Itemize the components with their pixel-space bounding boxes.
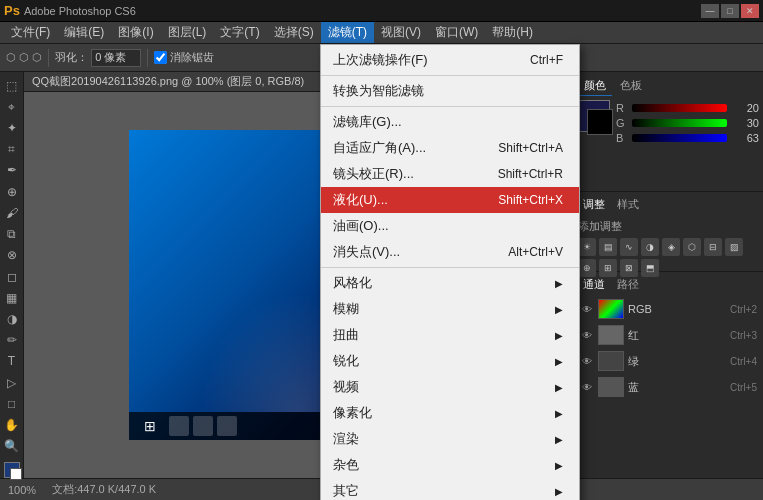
- tool-eraser[interactable]: ◻: [2, 267, 22, 286]
- filter-menu-section1: 上次滤镜操作(F) Ctrl+F: [321, 45, 579, 76]
- minimize-button[interactable]: —: [701, 4, 719, 18]
- color-panel-tabs: 颜色 色板: [578, 76, 759, 96]
- foreground-color[interactable]: [4, 462, 20, 478]
- menu-select[interactable]: 选择(S): [267, 22, 321, 43]
- tool-pen[interactable]: ✏: [2, 331, 22, 350]
- filter-oil-paint[interactable]: 油画(O)...: [321, 213, 579, 239]
- background-color[interactable]: [10, 468, 22, 480]
- menu-file[interactable]: 文件(F): [4, 22, 57, 43]
- filter-stylize[interactable]: 风格化 ▶: [321, 270, 579, 296]
- adj-btn-bw[interactable]: ▨: [725, 238, 743, 256]
- tool-eyedropper[interactable]: ✒: [2, 161, 22, 180]
- filter-vanishing-point[interactable]: 消失点(V)... Alt+Ctrl+V: [321, 239, 579, 265]
- tool-heal[interactable]: ⊕: [2, 182, 22, 201]
- tool-history[interactable]: ⊗: [2, 246, 22, 265]
- adj-btn-curves[interactable]: ∿: [620, 238, 638, 256]
- tool-marquee[interactable]: ⬚: [2, 76, 22, 95]
- add-adjustment-label: 添加调整: [578, 219, 759, 234]
- taskbar-icon3: [217, 416, 237, 436]
- b-value: 63: [731, 132, 759, 144]
- bg-swatch[interactable]: [587, 109, 613, 135]
- tool-hand[interactable]: ✋: [2, 416, 22, 435]
- title-bar-left: Ps Adobe Photoshop CS6: [4, 3, 136, 18]
- filter-liquify[interactable]: 液化(U)... Shift+Ctrl+X: [321, 187, 579, 213]
- channel-green[interactable]: 👁 绿 Ctrl+4: [578, 349, 759, 373]
- tool-gradient[interactable]: ▦: [2, 288, 22, 307]
- tab-paths[interactable]: 路径: [612, 276, 644, 293]
- menu-text[interactable]: 文字(T): [213, 22, 266, 43]
- b-slider[interactable]: [632, 134, 727, 142]
- shortcut-rgb: Ctrl+2: [730, 304, 757, 315]
- adj-content: 添加调整 ☀ ▤ ∿ ◑ ◈ ⬡ ⊟ ▨ ⊕ ⊞ ⊠ ⬒: [578, 217, 759, 279]
- antialias-label[interactable]: 消除锯齿: [154, 50, 214, 65]
- eye-blue[interactable]: 👁: [580, 380, 594, 394]
- filter-other[interactable]: 其它 ▶: [321, 478, 579, 500]
- adj-btn-vibrance[interactable]: ⬡: [683, 238, 701, 256]
- filter-menu-section2: 转换为智能滤镜: [321, 76, 579, 107]
- filter-blur[interactable]: 模糊 ▶: [321, 296, 579, 322]
- channel-red[interactable]: 👁 红 Ctrl+3: [578, 323, 759, 347]
- tab-adjustments[interactable]: 调整: [578, 196, 610, 213]
- tool-type[interactable]: T: [2, 352, 22, 371]
- channel-blue[interactable]: 👁 蓝 Ctrl+5: [578, 375, 759, 399]
- filter-last-operation[interactable]: 上次滤镜操作(F) Ctrl+F: [321, 47, 579, 73]
- filter-convert-smart[interactable]: 转换为智能滤镜: [321, 78, 579, 104]
- tool-zoom[interactable]: 🔍: [2, 437, 22, 456]
- g-slider[interactable]: [632, 119, 727, 127]
- tab-swatches[interactable]: 色板: [614, 76, 648, 96]
- tool-clone[interactable]: ⧉: [2, 225, 22, 244]
- filter-gallery[interactable]: 滤镜库(G)...: [321, 109, 579, 135]
- menu-edit[interactable]: 编辑(E): [57, 22, 111, 43]
- ps-logo: Ps: [4, 3, 20, 18]
- taskbar-icon1: [169, 416, 189, 436]
- filter-menu-section3: 滤镜库(G)... 自适应广角(A)... Shift+Ctrl+A 镜头校正(…: [321, 107, 579, 268]
- fg-swatch[interactable]: [578, 100, 610, 132]
- tab-styles[interactable]: 样式: [612, 196, 644, 213]
- filter-noise[interactable]: 杂色 ▶: [321, 452, 579, 478]
- antialias-checkbox[interactable]: [154, 51, 167, 64]
- filter-video[interactable]: 视频 ▶: [321, 374, 579, 400]
- menu-help[interactable]: 帮助(H): [485, 22, 540, 43]
- menu-filter[interactable]: 滤镜(T): [321, 22, 374, 43]
- adj-btn-hue[interactable]: ◈: [662, 238, 680, 256]
- tab-color[interactable]: 颜色: [578, 76, 612, 96]
- r-label: R: [616, 102, 628, 114]
- eye-green[interactable]: 👁: [580, 354, 594, 368]
- filter-pixelate[interactable]: 像素化 ▶: [321, 400, 579, 426]
- thumb-blue: [598, 377, 624, 397]
- adj-btn-exposure[interactable]: ◑: [641, 238, 659, 256]
- tool-brush[interactable]: 🖌: [2, 203, 22, 222]
- filter-adaptive-wide[interactable]: 自适应广角(A)... Shift+Ctrl+A: [321, 135, 579, 161]
- menu-image[interactable]: 图像(I): [111, 22, 160, 43]
- adj-btn-levels[interactable]: ▤: [599, 238, 617, 256]
- tool-path[interactable]: ▷: [2, 373, 22, 392]
- filter-render[interactable]: 渲染 ▶: [321, 426, 579, 452]
- feather-input[interactable]: [91, 49, 141, 67]
- tool-dodge[interactable]: ◑: [2, 309, 22, 328]
- menu-view[interactable]: 视图(V): [374, 22, 428, 43]
- filter-distort[interactable]: 扭曲 ▶: [321, 322, 579, 348]
- tool-crop[interactable]: ⌗: [2, 140, 22, 159]
- eye-red[interactable]: 👁: [580, 328, 594, 342]
- close-button[interactable]: ✕: [741, 4, 759, 18]
- menu-window[interactable]: 窗口(W): [428, 22, 485, 43]
- r-slider[interactable]: [632, 104, 727, 112]
- eye-rgb[interactable]: 👁: [580, 302, 594, 316]
- feather-label: 羽化：: [55, 49, 141, 67]
- tool-wand[interactable]: ✦: [2, 118, 22, 137]
- filter-lens-correction[interactable]: 镜头校正(R)... Shift+Ctrl+R: [321, 161, 579, 187]
- filter-sharpen[interactable]: 锐化 ▶: [321, 348, 579, 374]
- feather-text: 羽化：: [55, 50, 88, 65]
- filter-menu-section4: 风格化 ▶ 模糊 ▶ 扭曲 ▶ 锐化 ▶ 视频 ▶ 像素化 ▶ 渲染 ▶ 杂色: [321, 268, 579, 500]
- maximize-button[interactable]: □: [721, 4, 739, 18]
- r-value: 20: [731, 102, 759, 114]
- adj-btn-colorbal[interactable]: ⊟: [704, 238, 722, 256]
- adj-btn-brightness[interactable]: ☀: [578, 238, 596, 256]
- channels-list: 👁 RGB Ctrl+2 👁 红 Ctrl+3 👁 绿 Ctrl+4: [578, 297, 759, 399]
- b-row: B 63: [616, 132, 759, 144]
- tab-channels[interactable]: 通道: [578, 276, 610, 293]
- tool-shape[interactable]: □: [2, 394, 22, 413]
- channel-rgb[interactable]: 👁 RGB Ctrl+2: [578, 297, 759, 321]
- menu-layer[interactable]: 图层(L): [161, 22, 214, 43]
- tool-lasso[interactable]: ⌖: [2, 97, 22, 116]
